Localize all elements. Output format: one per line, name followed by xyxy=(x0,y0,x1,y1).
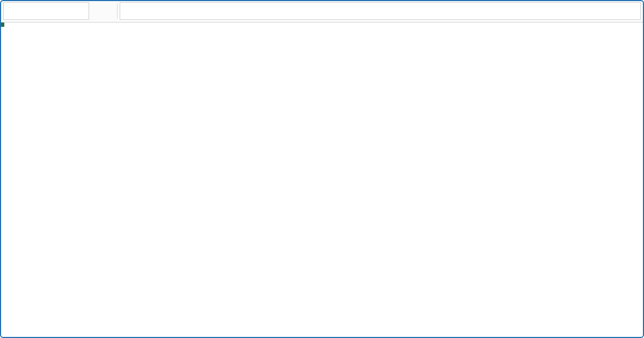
selection-rectangle xyxy=(0,23,2,25)
window-frame xyxy=(0,0,644,338)
divider xyxy=(117,3,118,19)
formula-bar-row xyxy=(0,0,644,23)
name-box[interactable] xyxy=(3,2,89,20)
formula-input[interactable] xyxy=(120,2,641,20)
fill-handle[interactable] xyxy=(0,23,4,27)
formula-bar-buttons xyxy=(94,0,115,22)
